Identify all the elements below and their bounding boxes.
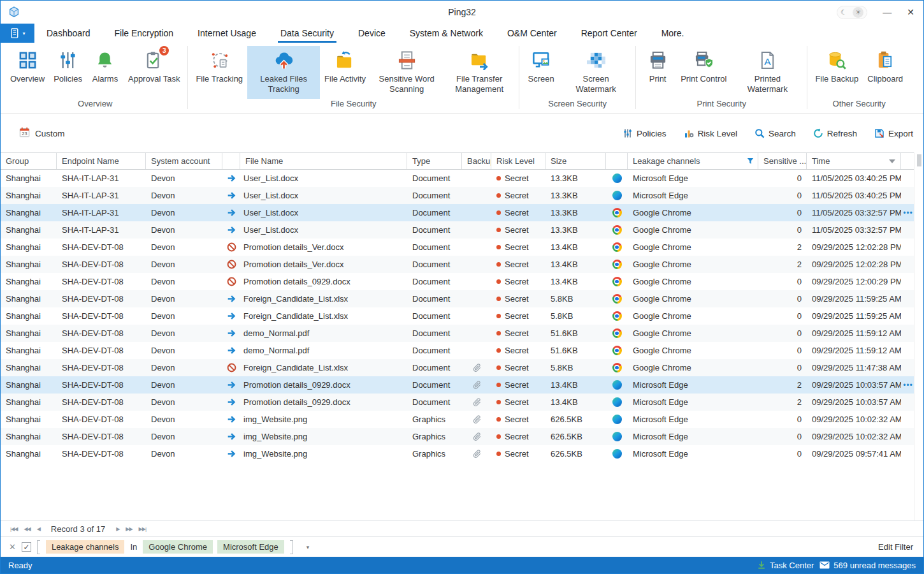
cell-group: Shanghai: [1, 290, 57, 307]
clear-filter-button[interactable]: ✕: [9, 542, 16, 552]
ribbon-item-alarms[interactable]: Alarms: [87, 46, 124, 99]
table-row[interactable]: ShanghaiSHA-DEV-DT-08DevonForeign_Candid…: [1, 290, 914, 307]
filter-value-chip[interactable]: Google Chrome: [143, 540, 213, 554]
edit-filter-button[interactable]: Edit Filter: [878, 542, 913, 552]
tab-file-encryption[interactable]: File Encryption: [103, 24, 186, 43]
table-row[interactable]: ShanghaiSHA-IT-LAP-31DevonUser_List.docx…: [1, 187, 914, 204]
column-header-empty[interactable]: [606, 153, 628, 169]
ribbon-item-leaked-files-tracking[interactable]: Leaked Files Tracking: [247, 46, 320, 99]
column-header-type[interactable]: Type: [407, 153, 462, 169]
cell-risk-level: Secret: [491, 256, 545, 273]
next-record-icon[interactable]: ▶: [113, 526, 122, 532]
column-header-leakage-channels[interactable]: Leakage channels: [628, 153, 758, 169]
column-header-backup[interactable]: Backup: [462, 153, 491, 169]
outgoing-arrow-icon: [222, 394, 240, 411]
vertical-scrollbar[interactable]: [914, 152, 923, 520]
group-divider: [807, 46, 807, 109]
table-row[interactable]: ShanghaiSHA-DEV-DT-08DevonPromotion deta…: [1, 394, 914, 411]
tab-system-network[interactable]: System & Network: [398, 24, 495, 43]
search-button[interactable]: Search: [754, 128, 796, 138]
chevron-down-icon[interactable]: ▾: [307, 544, 310, 550]
column-label: Backup: [467, 156, 491, 166]
cell-file-name: img_Website.png: [240, 428, 407, 445]
refresh-button[interactable]: Refresh: [813, 128, 857, 138]
table-row[interactable]: ShanghaiSHA-DEV-DT-08Devondemo_Normal.pd…: [1, 325, 914, 342]
funnel-filter-icon[interactable]: [747, 158, 754, 165]
table-row[interactable]: ShanghaiSHA-DEV-DT-08Devonimg_Website.pn…: [1, 411, 914, 428]
table-row[interactable]: ShanghaiSHA-DEV-DT-08DevonPromotion deta…: [1, 256, 914, 273]
table-row[interactable]: ShanghaiSHA-DEV-DT-08DevonForeign_Candid…: [1, 359, 914, 376]
sort-dropdown-icon[interactable]: [889, 159, 895, 163]
table-row[interactable]: ShanghaiSHA-IT-LAP-31DevonUser_List.docx…: [1, 221, 914, 239]
column-header-time[interactable]: Time: [807, 153, 901, 169]
ribbon-item-clipboard[interactable]: Clipboard: [863, 46, 907, 99]
table-row[interactable]: ShanghaiSHA-DEV-DT-08Devonimg_Website.pn…: [1, 445, 914, 462]
ribbon-item-overview[interactable]: Overview: [6, 46, 49, 99]
filter-enabled-checkbox[interactable]: ✓: [22, 542, 31, 552]
cell-more-empty: [901, 428, 914, 445]
first-record-icon[interactable]: |◀◀: [7, 526, 20, 532]
ribbon-item-file-activity[interactable]: File Activity: [320, 46, 370, 99]
column-header-group[interactable]: Group: [1, 153, 57, 169]
close-button[interactable]: ✕: [907, 8, 914, 17]
ribbon-item-print[interactable]: Print: [639, 46, 676, 99]
cell-endpoint-name: SHA-IT-LAP-31: [57, 187, 146, 204]
column-header-size[interactable]: Size: [545, 153, 606, 169]
scrollbar-thumb[interactable]: [917, 154, 921, 166]
table-row[interactable]: ShanghaiSHA-DEV-DT-08DevonForeign_Candid…: [1, 307, 914, 325]
prev-record-icon[interactable]: ◀: [34, 526, 43, 532]
ribbon-group-label: Other Security: [811, 99, 907, 114]
ribbon-item-sensitive-word-scanning[interactable]: Sensitive Word Scanning: [370, 46, 443, 99]
more-options-button[interactable]: •••: [901, 204, 914, 221]
theme-toggle[interactable]: ☾ ☀: [837, 6, 867, 19]
table-row[interactable]: ShanghaiSHA-IT-LAP-31DevonUser_List.docx…: [1, 170, 914, 187]
tab-dashboard[interactable]: Dashboard: [34, 24, 103, 43]
tab-report-center[interactable]: Report Center: [569, 24, 649, 43]
ribbon-item-screen-watermark[interactable]: Screen Watermark: [559, 46, 632, 99]
ribbon-item-approval-task[interactable]: 3Approval Task: [124, 46, 184, 99]
table-row[interactable]: ShanghaiSHA-DEV-DT-08DevonPromotion deta…: [1, 239, 914, 256]
task-center-button[interactable]: Task Center: [757, 561, 814, 570]
column-header-sensitive[interactable]: Sensitive ...: [758, 153, 807, 169]
table-row[interactable]: ShanghaiSHA-DEV-DT-08DevonPromotion deta…: [1, 376, 914, 394]
table-row[interactable]: ShanghaiSHA-DEV-DT-08Devondemo_Normal.pd…: [1, 342, 914, 359]
risk-dot: [496, 297, 501, 301]
column-header-risk-level[interactable]: Risk Level: [491, 153, 545, 169]
ribbon-item-policies[interactable]: Policies: [49, 46, 87, 99]
column-header-system-account[interactable]: System account: [146, 153, 222, 169]
custom-date-filter-button[interactable]: 23 Custom: [19, 127, 65, 140]
unread-messages-button[interactable]: 569 unread messages: [819, 561, 916, 570]
risk-level-button[interactable]: Risk Level: [684, 128, 737, 138]
table-row[interactable]: ShanghaiSHA-DEV-DT-08DevonPromotion deta…: [1, 273, 914, 290]
table-row[interactable]: ShanghaiSHA-IT-LAP-31DevonUser_List.docx…: [1, 204, 914, 221]
ribbon-item-printed-watermark[interactable]: APrinted Watermark: [731, 46, 804, 99]
fast-prev-icon[interactable]: ◀◀: [20, 526, 33, 532]
more-options-button[interactable]: •••: [901, 376, 914, 394]
tab-device[interactable]: Device: [346, 24, 398, 43]
column-header-empty[interactable]: [222, 153, 240, 169]
tab-internet-usage[interactable]: Internet Usage: [185, 24, 268, 43]
policies-button[interactable]: Policies: [623, 128, 667, 138]
google-chrome-icon: [606, 221, 628, 239]
table-header: GroupEndpoint NameSystem accountFile Nam…: [1, 152, 914, 170]
fast-next-icon[interactable]: ▶▶: [122, 526, 135, 532]
column-header-empty[interactable]: [901, 153, 915, 169]
tab-o-m-center[interactable]: O&M Center: [495, 24, 569, 43]
ribbon-item-file-transfer-management[interactable]: File Transfer Management: [443, 46, 516, 99]
ribbon-item-print-control[interactable]: Print Control: [676, 46, 731, 99]
ribbon-item-file-tracking[interactable]: File Tracking: [191, 46, 247, 99]
ribbon-group-label: File Security: [191, 99, 516, 114]
filter-field-chip[interactable]: Leakage channels: [46, 540, 125, 554]
tab-data-security[interactable]: Data Security: [268, 24, 346, 43]
column-header-endpoint-name[interactable]: Endpoint Name: [57, 153, 146, 169]
app-menu-button[interactable]: ▾: [1, 24, 34, 43]
last-record-icon[interactable]: ▶▶|: [136, 526, 149, 532]
export-button[interactable]: Export: [874, 128, 913, 138]
ribbon-item-file-backup[interactable]: File Backup: [811, 46, 863, 99]
column-header-file-name[interactable]: File Name: [240, 153, 407, 169]
tab-more[interactable]: More.: [649, 24, 697, 43]
table-row[interactable]: ShanghaiSHA-DEV-DT-08Devonimg_Website.pn…: [1, 428, 914, 445]
minimize-button[interactable]: —: [883, 8, 892, 17]
ribbon-item-screen[interactable]: Screen: [523, 46, 559, 99]
filter-value-chip[interactable]: Microsoft Edge: [217, 540, 284, 554]
